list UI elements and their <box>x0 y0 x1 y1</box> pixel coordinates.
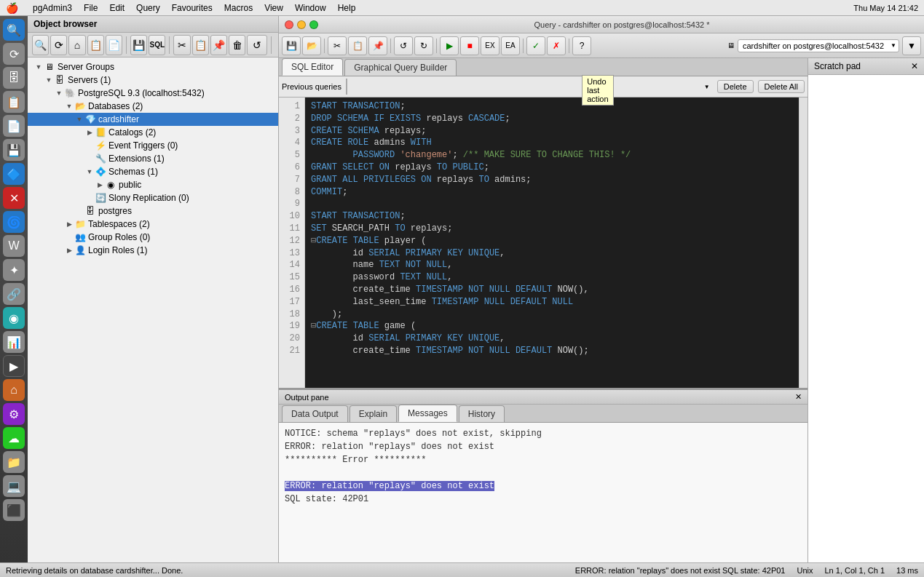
dock-icon-7[interactable]: 🔷 <box>3 163 25 185</box>
menu-pgadmin[interactable]: pgAdmin3 <box>33 3 72 13</box>
tree-group-roles[interactable]: 👥 Group Roles (0) <box>28 231 278 244</box>
tree-event-triggers[interactable]: ⚡ Event Triggers (0) <box>28 139 278 152</box>
sql-content[interactable]: START TRANSACTION;DROP SCHEMA IF EXISTS … <box>305 98 799 388</box>
scratch-pad-close[interactable]: ✕ <box>911 61 918 71</box>
scrollbar-right[interactable] <box>799 98 807 388</box>
q-copy[interactable]: 📋 <box>348 36 367 55</box>
tab-sql-editor[interactable]: SQL Editor <box>282 58 343 76</box>
q-commit[interactable]: ✓ <box>526 36 545 55</box>
tree-server-groups[interactable]: ▼ 🖥 Server Groups <box>28 60 278 73</box>
tree-label-databases: Databases (2) <box>88 101 143 111</box>
toolbar-table[interactable]: 📋 <box>87 35 104 55</box>
q-redo[interactable]: ↻ <box>414 36 433 55</box>
dock-icon-12[interactable]: 🔗 <box>3 283 25 305</box>
dock-icon-5[interactable]: 📄 <box>3 115 25 137</box>
dock-icon-18[interactable]: ☁ <box>3 427 25 449</box>
tab-messages[interactable]: Messages <box>398 405 457 422</box>
dock-icon-16[interactable]: ⌂ <box>3 379 25 401</box>
extensions-icon: 🔧 <box>95 153 106 164</box>
sql-line-17: last_seen_time TIMESTAMP NULL DEFAULT NU… <box>311 296 793 309</box>
q-stop[interactable]: ■ <box>460 36 479 55</box>
q-explain[interactable]: EX <box>481 36 499 55</box>
tab-explain[interactable]: Explain <box>350 405 397 422</box>
toolbar-new[interactable]: 📄 <box>106 35 122 55</box>
tree-slony[interactable]: 🔄 Slony Replication (0) <box>28 191 278 204</box>
tree-databases[interactable]: ▼ 📂 Databases (2) <box>28 100 278 113</box>
apple-icon[interactable]: 🍎 <box>6 2 18 14</box>
dock-icon-20[interactable]: 💻 <box>3 475 25 497</box>
toolbar-undo[interactable]: ↺ <box>247 35 267 55</box>
q-run[interactable]: ▶ <box>440 36 459 55</box>
menu-file[interactable]: File <box>84 3 98 13</box>
prev-queries-select[interactable] <box>346 79 347 95</box>
menu-query[interactable]: Query <box>136 3 160 13</box>
q-undo[interactable]: ↺ <box>394 36 413 55</box>
tree-postgresql[interactable]: ▼ 🐘 PostgreSQL 9.3 (localhost:5432) <box>28 87 278 100</box>
delete-button[interactable]: Delete <box>717 80 754 93</box>
tab-graphical[interactable]: Graphical Query Builder <box>344 59 457 76</box>
db-select[interactable]: cardshifter on postgres@localhost:5432 <box>738 39 899 52</box>
menu-window[interactable]: Window <box>295 3 326 13</box>
dock-icon-1[interactable]: 🔍 <box>3 19 25 41</box>
toolbar-copy[interactable]: 📋 <box>192 35 209 55</box>
q-help[interactable]: ? <box>572 36 591 55</box>
tree-cardshifter[interactable]: ▼ 💎 cardshifter <box>28 113 278 126</box>
dock-icon-10[interactable]: W <box>3 235 25 257</box>
dock-icon-2[interactable]: ⟳ <box>3 43 25 65</box>
tree-toggle-databases: ▼ <box>64 101 74 111</box>
dock-icon-13[interactable]: ◉ <box>3 307 25 329</box>
q-explain2[interactable]: EA <box>501 36 520 55</box>
tree-postgres[interactable]: 🗄 postgres <box>28 204 278 218</box>
tab-data-output[interactable]: Data Output <box>282 405 348 422</box>
menu-edit[interactable]: Edit <box>109 3 125 13</box>
q-paste[interactable]: 📌 <box>368 36 387 55</box>
q-save[interactable]: 💾 <box>282 36 301 55</box>
tab-history[interactable]: History <box>459 405 505 422</box>
delete-all-button[interactable]: Delete All <box>758 80 805 93</box>
toolbar-delete[interactable]: 🗑 <box>229 35 245 55</box>
scratch-pad-body[interactable] <box>808 75 924 562</box>
dock-icon-9[interactable]: 🌀 <box>3 211 25 233</box>
minimize-button[interactable] <box>297 20 306 29</box>
token-plain: create_time <box>311 346 416 356</box>
dock-icon-4[interactable]: 📋 <box>3 91 25 113</box>
toolbar-refresh[interactable]: ⟳ <box>50 35 67 55</box>
tree-tablespaces[interactable]: ▶ 📁 Tablespaces (2) <box>28 218 278 231</box>
menu-macros[interactable]: Macros <box>224 3 253 13</box>
dock-icon-11[interactable]: ✦ <box>3 259 25 281</box>
tree-servers[interactable]: ▼ 🗄 Servers (1) <box>28 73 278 87</box>
token-keyword: IF <box>374 114 384 124</box>
toolbar-sql[interactable]: SQL <box>149 35 165 55</box>
toolbar-save[interactable]: 💾 <box>130 35 147 55</box>
dock-icon-17[interactable]: ⚙ <box>3 403 25 425</box>
tree-extensions[interactable]: 🔧 Extensions (1) <box>28 152 278 165</box>
q-rollback[interactable]: ✗ <box>547 36 566 55</box>
menu-view[interactable]: View <box>264 3 283 13</box>
menu-help[interactable]: Help <box>338 3 356 13</box>
q-cut[interactable]: ✂ <box>328 36 347 55</box>
tree-public[interactable]: ▶ ◉ public <box>28 178 278 191</box>
menu-favourites[interactable]: Favourites <box>172 3 213 13</box>
close-button[interactable] <box>285 20 293 29</box>
maximize-button[interactable] <box>309 20 318 29</box>
line-num-9: 9 <box>283 198 300 210</box>
sql-line-2: DROP SCHEMA IF EXISTS replays CASCADE; <box>311 113 793 125</box>
tree-login-roles[interactable]: ▶ 👤 Login Roles (1) <box>28 244 278 257</box>
toolbar-home[interactable]: ⌂ <box>68 35 85 55</box>
dock-icon-19[interactable]: 📁 <box>3 451 25 473</box>
toolbar-paste[interactable]: 📌 <box>210 35 227 55</box>
dock-icon-8[interactable]: ✕ <box>3 187 25 209</box>
dock-icon-14[interactable]: 📊 <box>3 331 25 353</box>
dock-icon-3[interactable]: 🗄 <box>3 67 25 89</box>
dock-icon-21[interactable]: ⬛ <box>3 499 25 521</box>
dock-icon-15[interactable]: ▶ <box>3 355 25 377</box>
output-close[interactable]: ✕ <box>795 392 802 402</box>
q-open[interactable]: 📂 <box>302 36 321 55</box>
q-db-refresh[interactable]: ▼ <box>902 36 921 55</box>
dock-icon-6[interactable]: 💾 <box>3 139 25 161</box>
tree-schemas[interactable]: ▼ 💠 Schemas (1) <box>28 165 278 178</box>
toolbar-search[interactable]: 🔍 <box>32 35 49 55</box>
tree-catalogs[interactable]: ▶ 📒 Catalogs (2) <box>28 126 278 139</box>
sql-line-6: GRANT SELECT ON replays TO PUBLIC; <box>311 162 793 174</box>
toolbar-cut[interactable]: ✂ <box>173 35 190 55</box>
